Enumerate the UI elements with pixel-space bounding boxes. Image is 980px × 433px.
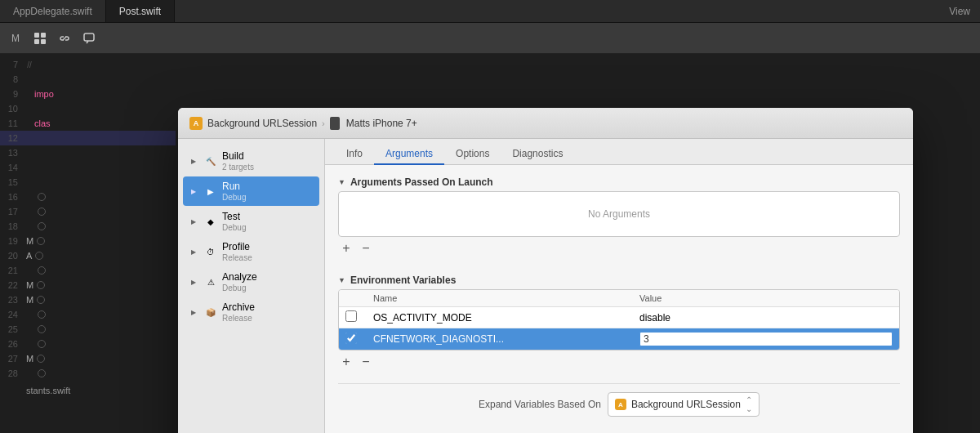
code-line-a-20: 20 A: [0, 248, 176, 263]
scheme-header: A Background URLSession › Matts iPhone 7…: [178, 108, 913, 139]
no-arguments-text: No Arguments: [339, 192, 899, 236]
code-line-25: 25: [0, 322, 176, 337]
nav-label-analyze: Analyze: [222, 271, 257, 283]
nav-icon-archive: 📦: [204, 306, 217, 319]
svg-rect-4: [84, 33, 94, 41]
env-add-button[interactable]: +: [338, 354, 354, 370]
breadcrumb-separator: ›: [322, 118, 325, 128]
svg-rect-2: [34, 39, 39, 44]
code-line-m-19: 19 M: [0, 234, 176, 248]
code-line-28: 28: [0, 366, 176, 381]
col-name-header: Name: [367, 290, 633, 307]
row1-value-cell[interactable]: [633, 307, 899, 328]
tab-appdelegate[interactable]: AppDelegate.swift: [0, 0, 106, 22]
svg-rect-3: [41, 39, 46, 44]
row2-value-cell[interactable]: [633, 328, 899, 350]
code-line-10: 10: [0, 101, 176, 116]
toolbar: M: [0, 23, 980, 54]
nav-sublabel-profile: Release: [222, 253, 252, 262]
nav-item-test[interactable]: ▶ ◆ Test Debug: [183, 207, 319, 236]
arguments-footer: + −: [338, 237, 900, 260]
nav-label-test: Test: [222, 211, 246, 222]
breadcrumb-device: Matts iPhone 7+: [346, 118, 417, 129]
col-checkbox: [339, 290, 367, 307]
arguments-add-button[interactable]: +: [338, 240, 354, 257]
breadcrumb-scheme: Background URLSession: [207, 118, 317, 129]
env-remove-button[interactable]: −: [358, 354, 374, 370]
nav-sublabel-archive: Release: [222, 314, 255, 323]
env-row-1[interactable]: OS_ACTIVITY_MODE: [339, 307, 899, 328]
nav-label-build: Build: [222, 150, 254, 162]
arguments-remove-button[interactable]: −: [358, 240, 374, 257]
nav-label-profile: Profile: [222, 241, 252, 252]
link-icon[interactable]: [56, 29, 74, 47]
nav-item-analyze[interactable]: ▶ ⚠ Analyze Debug: [183, 267, 319, 297]
m-indicator: M: [7, 33, 24, 44]
expand-scheme-icon: A: [615, 399, 626, 410]
code-line-m-27: 27 M: [0, 351, 176, 366]
arguments-section: ▼ Arguments Passed On Launch No Argument…: [338, 172, 900, 260]
tab-post[interactable]: Post.swift: [106, 0, 175, 22]
grid-icon[interactable]: [31, 29, 49, 47]
env-collapse-triangle[interactable]: ▼: [338, 276, 345, 284]
nav-item-archive[interactable]: ▶ 📦 Archive Release: [183, 297, 319, 327]
arguments-section-header: ▼ Arguments Passed On Launch: [338, 172, 900, 191]
env-section-header: ▼ Environment Variables: [338, 270, 900, 289]
code-line-14: 14: [0, 160, 176, 175]
content-tabs: Info Arguments Options Diagnostics: [325, 139, 913, 165]
nav-arrow-analyze: ▶: [191, 279, 199, 286]
tab-diagnostics[interactable]: Diagnostics: [501, 144, 574, 165]
env-row-2[interactable]: CFNETWORK_DIAGNOSTI...: [339, 328, 899, 350]
code-line-9: 9 impo: [0, 87, 176, 101]
main-area: 7 // 8 9 impo 10 11 clas: [0, 54, 980, 433]
expand-variables-value: Background URLSession: [631, 399, 741, 410]
env-section-title: Environment Variables: [350, 275, 456, 286]
row1-checkbox-cell[interactable]: [339, 307, 367, 328]
svg-rect-1: [41, 33, 46, 38]
code-line-11: 11 clas: [0, 116, 176, 131]
expand-variables-select[interactable]: A Background URLSession ⌃⌄: [608, 392, 760, 417]
env-footer: + −: [338, 350, 900, 373]
code-line-26: 26: [0, 337, 176, 351]
bubble-icon[interactable]: [80, 29, 98, 47]
code-line-m-23: 23 M: [0, 292, 176, 307]
nav-sublabel-run: Debug: [222, 193, 246, 202]
tab-arguments[interactable]: Arguments: [374, 144, 444, 165]
device-icon: [330, 117, 340, 130]
row2-checkbox-cell[interactable]: [339, 328, 367, 350]
scheme-nav: ▶ 🔨 Build 2 targets ▶ ▶ Run Debug: [178, 139, 325, 433]
expand-variables-label: Expand Variables Based On: [479, 399, 601, 410]
nav-label-archive: Archive: [222, 301, 255, 313]
tab-options[interactable]: Options: [444, 144, 501, 165]
nav-icon-analyze: ⚠: [204, 275, 217, 288]
code-line-15: 15: [0, 175, 176, 190]
tab-bar: AppDelegate.swift Post.swift View: [0, 0, 980, 23]
row2-checkbox[interactable]: [345, 333, 357, 344]
code-line-7: 7 //: [0, 57, 176, 72]
tab-view: View: [939, 0, 980, 22]
env-section: ▼ Environment Variables Name Value: [338, 270, 900, 373]
code-line-m-22: 22 M: [0, 278, 176, 292]
row1-checkbox[interactable]: [345, 310, 357, 322]
expand-variables-row: Expand Variables Based On A Background U…: [338, 383, 900, 425]
row2-value-input[interactable]: [639, 332, 893, 346]
code-line-circle-3: 18: [0, 219, 176, 234]
code-line-8: 8: [0, 72, 176, 87]
nav-arrow-run: ▶: [191, 188, 199, 195]
nav-item-profile[interactable]: ▶ ⏱ Profile Release: [183, 237, 319, 266]
code-sidebar: 7 // 8 9 impo 10 11 clas: [0, 54, 176, 433]
nav-icon-profile: ⏱: [204, 245, 217, 258]
code-line-circle-21: 21: [0, 263, 176, 278]
line-numbers: 7 // 8 9 impo 10 11 clas: [0, 54, 176, 384]
tab-info[interactable]: Info: [335, 144, 374, 165]
nav-item-build[interactable]: ▶ 🔨 Build 2 targets: [183, 146, 319, 176]
env-table: Name Value OS_ACTIVITY_: [339, 290, 899, 350]
nav-arrow-profile: ▶: [191, 248, 199, 256]
row1-value-input[interactable]: [639, 312, 893, 324]
code-line-13: 13: [0, 145, 176, 160]
scheme-body: ▶ 🔨 Build 2 targets ▶ ▶ Run Debug: [178, 139, 913, 433]
env-box: Name Value OS_ACTIVITY_: [338, 289, 900, 350]
nav-item-run[interactable]: ▶ ▶ Run Debug: [183, 176, 319, 206]
scheme-editor: A Background URLSession › Matts iPhone 7…: [178, 108, 913, 433]
arguments-collapse-triangle[interactable]: ▼: [338, 178, 345, 186]
